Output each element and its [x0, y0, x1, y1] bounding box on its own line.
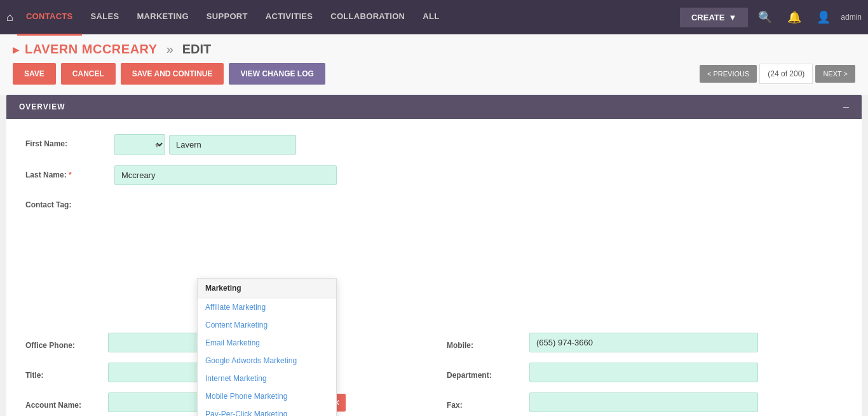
fax-label: Fax:: [447, 396, 529, 410]
department-col: Department:: [447, 363, 843, 382]
dropdown-item-google[interactable]: Google Adwords Marketing: [198, 352, 336, 370]
dropdown-item-mobile[interactable]: Mobile Phone Marketing: [198, 387, 336, 405]
nav-right: CREATE ▼ 🔍 🔔 👤 admin: [680, 8, 862, 27]
dropdown-item-email[interactable]: Email Marketing: [198, 334, 336, 352]
breadcrumb[interactable]: LAVERN MCCREARY: [25, 42, 158, 57]
dropdown-item-internet[interactable]: Internet Marketing: [198, 370, 336, 387]
account-row: Account Name: ⚑ ✕ Fax:: [25, 392, 843, 412]
required-marker: *: [69, 170, 72, 179]
phone-row: Office Phone: Mobile:: [25, 333, 843, 352]
first-name-label: First Name:: [25, 134, 114, 148]
fax-input[interactable]: [529, 392, 758, 412]
name-prefix-select[interactable]: Mr. Ms. Dr.: [114, 134, 165, 155]
last-name-controls: [114, 165, 843, 185]
department-input[interactable]: [529, 363, 758, 382]
title-label: Title:: [25, 366, 108, 380]
mobile-input[interactable]: [529, 333, 758, 352]
nav-all[interactable]: ALL: [414, 0, 448, 36]
nav-contacts[interactable]: CONTACTS: [17, 0, 82, 36]
dropdown-item-content[interactable]: Content Marketing: [198, 316, 336, 334]
overview-section-header: OVERVIEW –: [6, 95, 862, 119]
first-name-controls: Mr. Ms. Dr.: [114, 134, 843, 155]
view-change-log-button[interactable]: VIEW CHANGE LOG: [229, 63, 325, 85]
pagination: < PREVIOUS (24 of 200) NEXT >: [700, 64, 855, 84]
cancel-button[interactable]: CANCEL: [61, 63, 116, 85]
create-dropdown-icon: ▼: [728, 13, 736, 22]
contact-tag-label: Contact Tag:: [25, 195, 114, 209]
department-label: Department:: [447, 366, 529, 380]
action-bar: SAVE CANCEL SAVE AND CONTINUE VIEW CHANG…: [0, 57, 868, 95]
mobile-col: Mobile:: [447, 333, 843, 352]
play-icon: ▶: [13, 45, 20, 55]
mobile-label: Mobile:: [447, 336, 529, 350]
save-button[interactable]: SAVE: [13, 63, 56, 85]
marketing-dropdown: Marketing Affiliate Marketing Content Ma…: [197, 278, 337, 416]
search-icon[interactable]: 🔍: [753, 8, 777, 27]
edit-label: EDIT: [182, 42, 212, 57]
home-icon[interactable]: ⌂: [6, 11, 13, 24]
nav-support[interactable]: SUPPORT: [198, 0, 257, 36]
office-phone-label: Office Phone:: [25, 336, 108, 350]
dropdown-item-ppc[interactable]: Pay-Per-Click Marketing: [198, 405, 336, 416]
save-continue-button[interactable]: SAVE AND CONTINUE: [121, 63, 224, 85]
fax-col: Fax:: [447, 392, 843, 412]
user-icon[interactable]: 👤: [811, 8, 836, 27]
last-name-row: Last Name: *: [25, 165, 843, 185]
title-row: Title: Department:: [25, 363, 843, 382]
form-area: First Name: Mr. Ms. Dr. Last Name: * Con…: [6, 119, 862, 416]
account-name-label: Account Name:: [25, 396, 108, 410]
contact-tag-row: Contact Tag: Marketing Affiliate Marketi…: [25, 195, 843, 322]
top-nav: ⌂ CONTACTS SALES MARKETING SUPPORT ACTIV…: [0, 0, 868, 34]
nav-links: CONTACTS SALES MARKETING SUPPORT ACTIVIT…: [17, 0, 680, 36]
nav-marketing[interactable]: MARKETING: [128, 0, 197, 36]
page-header: ▶ LAVERN MCCREARY » EDIT: [0, 34, 868, 57]
prefix-wrapper: Mr. Ms. Dr.: [114, 134, 165, 155]
last-name-input[interactable]: [114, 165, 337, 185]
page-count: (24 of 200): [759, 64, 813, 84]
overview-title: OVERVIEW: [19, 102, 65, 111]
create-button[interactable]: CREATE ▼: [680, 8, 748, 27]
notifications-icon[interactable]: 🔔: [782, 8, 806, 27]
nav-sales[interactable]: SALES: [82, 0, 128, 36]
first-name-input[interactable]: [169, 135, 296, 155]
dropdown-header: Marketing: [198, 279, 336, 298]
admin-label: admin: [841, 13, 862, 22]
nav-activities[interactable]: ACTIVITIES: [257, 0, 322, 36]
first-name-row: First Name: Mr. Ms. Dr.: [25, 134, 843, 155]
previous-button[interactable]: < PREVIOUS: [700, 65, 757, 83]
nav-collaboration[interactable]: COLLABORATION: [322, 0, 414, 36]
last-name-label: Last Name: *: [25, 165, 114, 179]
dropdown-item-affiliate[interactable]: Affiliate Marketing: [198, 298, 336, 316]
next-button[interactable]: NEXT >: [815, 65, 855, 83]
collapse-button[interactable]: –: [843, 101, 849, 113]
breadcrumb-separator: »: [166, 42, 173, 57]
